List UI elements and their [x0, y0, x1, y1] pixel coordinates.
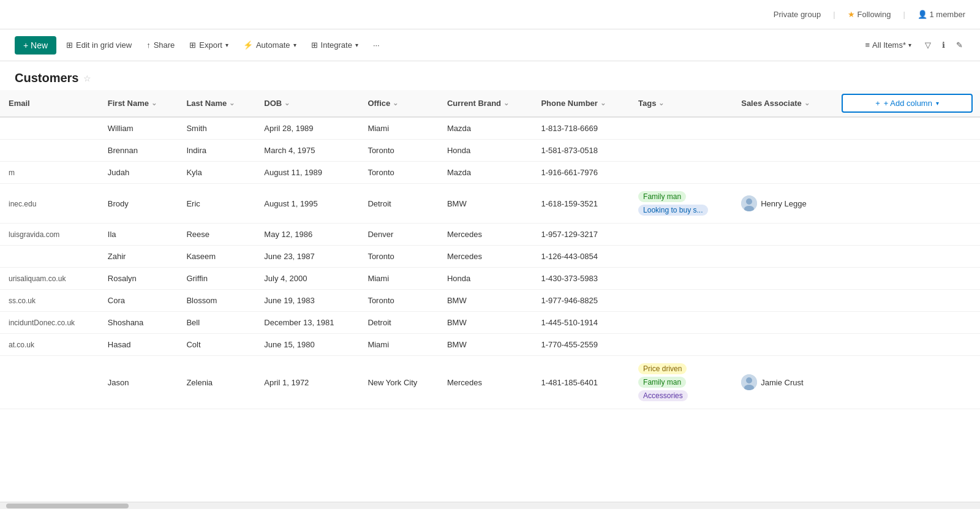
office-cell[interactable]: New York City — [359, 356, 439, 409]
phone-cell[interactable]: 1-916-661-7976 — [532, 162, 630, 184]
table-row[interactable]: ZahirKaseemJune 23, 1987TorontoMercedes1… — [0, 246, 980, 268]
tags-cell[interactable] — [630, 334, 733, 356]
info-icon[interactable]: ℹ — [940, 38, 948, 52]
table-row[interactable]: WilliamSmithApril 28, 1989MiamiMazda1-81… — [0, 117, 980, 140]
first-name-cell[interactable]: Zahir — [99, 246, 178, 268]
last-name-cell[interactable]: Smith — [178, 117, 255, 140]
last-name-cell[interactable]: Bell — [178, 312, 255, 334]
associate-cell[interactable] — [733, 246, 834, 268]
table-row[interactable]: inec.eduBrodyEricAugust 1, 1995DetroitBM… — [0, 184, 980, 224]
tags-cell[interactable]: Price drivenFamily manAccessories — [630, 356, 733, 409]
phone-cell[interactable]: 1-813-718-6669 — [532, 117, 630, 140]
brand-cell[interactable]: BMW — [439, 184, 533, 224]
scrollbar-thumb[interactable] — [6, 504, 129, 508]
edit-grid-button[interactable]: ⊞ Edit in grid view — [61, 37, 137, 53]
table-row[interactable]: JasonZeleniaApril 1, 1972New York CityMe… — [0, 356, 980, 409]
office-column-header[interactable]: Office ⌄ — [359, 90, 439, 117]
tags-cell[interactable] — [630, 290, 733, 312]
office-cell[interactable]: Toronto — [359, 140, 439, 162]
brand-cell[interactable]: Mazda — [439, 117, 533, 140]
table-row[interactable]: urisaliquam.co.ukRosalynGriffinJuly 4, 2… — [0, 268, 980, 290]
dob-cell[interactable]: June 23, 1987 — [255, 246, 359, 268]
email-cell[interactable] — [0, 356, 99, 409]
table-row[interactable]: luisgravida.comIlaReeseMay 12, 1986Denve… — [0, 224, 980, 246]
phone-cell[interactable]: 1-430-373-5983 — [532, 268, 630, 290]
new-button[interactable]: + New — [15, 36, 56, 55]
dob-cell[interactable]: May 12, 1986 — [255, 224, 359, 246]
associate-cell[interactable] — [733, 162, 834, 184]
more-button[interactable]: ··· — [368, 37, 385, 53]
dob-cell[interactable]: July 4, 2000 — [255, 268, 359, 290]
dob-cell[interactable]: April 1, 1972 — [255, 356, 359, 409]
phone-column-header[interactable]: Phone Number ⌄ — [532, 90, 630, 117]
brand-cell[interactable]: Mercedes — [439, 224, 533, 246]
email-cell[interactable] — [0, 246, 99, 268]
tags-cell[interactable] — [630, 312, 733, 334]
associate-cell[interactable] — [733, 268, 834, 290]
email-cell[interactable] — [0, 117, 99, 140]
office-cell[interactable]: Toronto — [359, 162, 439, 184]
dob-cell[interactable]: August 11, 1989 — [255, 162, 359, 184]
first-name-cell[interactable]: Jason — [99, 356, 178, 409]
first-name-cell[interactable]: Cora — [99, 290, 178, 312]
email-cell[interactable] — [0, 140, 99, 162]
following-button[interactable]: ★ Following — [848, 10, 891, 19]
office-cell[interactable]: Miami — [359, 334, 439, 356]
filter-icon[interactable]: ▽ — [922, 38, 933, 52]
associate-cell[interactable] — [733, 334, 834, 356]
associate-cell[interactable] — [733, 117, 834, 140]
tags-cell[interactable] — [630, 246, 733, 268]
integrate-button[interactable]: ⊞ Integrate ▾ — [306, 37, 363, 53]
last-name-cell[interactable]: Reese — [178, 224, 255, 246]
brand-cell[interactable]: BMW — [439, 334, 533, 356]
tags-cell[interactable] — [630, 117, 733, 140]
first-name-column-header[interactable]: First Name ⌄ — [99, 90, 178, 117]
brand-cell[interactable]: Mazda — [439, 162, 533, 184]
associate-cell[interactable]: Henry Legge — [733, 184, 834, 224]
brand-cell[interactable]: Mercedes — [439, 356, 533, 409]
dob-cell[interactable]: December 13, 1981 — [255, 312, 359, 334]
last-name-cell[interactable]: Kyla — [178, 162, 255, 184]
phone-cell[interactable]: 1-957-129-3217 — [532, 224, 630, 246]
tags-cell[interactable] — [630, 224, 733, 246]
favorite-star-icon[interactable]: ☆ — [83, 74, 91, 83]
dob-cell[interactable]: April 28, 1989 — [255, 117, 359, 140]
horizontal-scrollbar[interactable] — [0, 502, 980, 509]
office-cell[interactable]: Toronto — [359, 290, 439, 312]
table-row[interactable]: mJudahKylaAugust 11, 1989TorontoMazda1-9… — [0, 162, 980, 184]
dob-cell[interactable]: June 19, 1983 — [255, 290, 359, 312]
dob-cell[interactable]: June 15, 1980 — [255, 334, 359, 356]
first-name-cell[interactable]: Shoshana — [99, 312, 178, 334]
dob-column-header[interactable]: DOB ⌄ — [255, 90, 359, 117]
office-cell[interactable]: Detroit — [359, 184, 439, 224]
associate-column-header[interactable]: Sales Associate ⌄ — [733, 90, 834, 117]
email-cell[interactable]: urisaliquam.co.uk — [0, 268, 99, 290]
dob-cell[interactable]: March 4, 1975 — [255, 140, 359, 162]
email-cell[interactable]: inec.edu — [0, 184, 99, 224]
last-name-cell[interactable]: Colt — [178, 334, 255, 356]
tags-column-header[interactable]: Tags ⌄ — [630, 90, 733, 117]
last-name-column-header[interactable]: Last Name ⌄ — [178, 90, 255, 117]
associate-cell[interactable] — [733, 290, 834, 312]
first-name-cell[interactable]: Brennan — [99, 140, 178, 162]
brand-cell[interactable]: BMW — [439, 290, 533, 312]
first-name-cell[interactable]: Judah — [99, 162, 178, 184]
office-cell[interactable]: Denver — [359, 224, 439, 246]
tags-cell[interactable] — [630, 140, 733, 162]
last-name-cell[interactable]: Griffin — [178, 268, 255, 290]
brand-cell[interactable]: BMW — [439, 312, 533, 334]
first-name-cell[interactable]: Rosalyn — [99, 268, 178, 290]
brand-cell[interactable]: Mercedes — [439, 246, 533, 268]
last-name-cell[interactable]: Blossom — [178, 290, 255, 312]
phone-cell[interactable]: 1-581-873-0518 — [532, 140, 630, 162]
all-items-button[interactable]: ≡ All Items* ▾ — [861, 37, 917, 53]
first-name-cell[interactable]: William — [99, 117, 178, 140]
add-column-button[interactable]: + + Add column ▾ — [842, 94, 973, 113]
office-cell[interactable]: Detroit — [359, 312, 439, 334]
tags-cell[interactable] — [630, 268, 733, 290]
export-button[interactable]: ⊞ Export ▾ — [184, 37, 233, 53]
email-cell[interactable]: m — [0, 162, 99, 184]
office-cell[interactable]: Toronto — [359, 246, 439, 268]
last-name-cell[interactable]: Eric — [178, 184, 255, 224]
edit-icon[interactable]: ✎ — [954, 38, 965, 52]
